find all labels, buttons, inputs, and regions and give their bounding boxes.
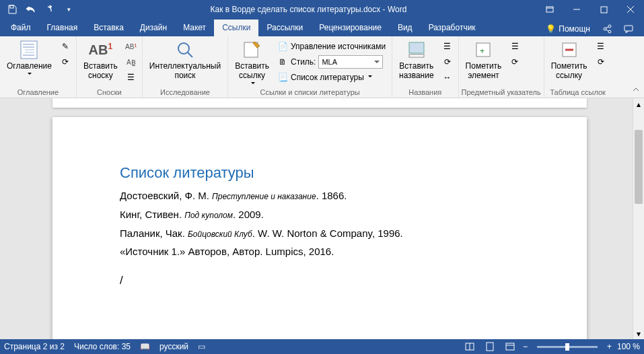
smart-lookup-label: Интеллектуальный поиск: [149, 62, 221, 81]
ribbon-display-button[interactable]: [536, 0, 563, 19]
share-button[interactable]: [598, 22, 616, 36]
insert-endnote-button[interactable]: AB¹: [123, 39, 139, 54]
svg-rect-4: [601, 7, 607, 13]
svg-rect-12: [624, 26, 633, 31]
next-footnote-button[interactable]: AB̲: [123, 55, 139, 69]
lightbulb-icon: 💡: [546, 24, 556, 34]
document-page[interactable]: Список литературы Достоевский, Ф. М. Пре…: [52, 117, 587, 339]
tab-insert[interactable]: Вставка: [85, 20, 132, 36]
previous-page-strip: [52, 98, 587, 108]
group-footnotes-label: Сноски: [79, 87, 139, 98]
group-captions: Вставить название ☰ ⟳ ↔ Названия: [392, 36, 459, 98]
zoom-level[interactable]: 100 %: [617, 342, 640, 351]
insert-index-button[interactable]: ☰: [507, 39, 523, 54]
group-index: + Пометить элемент ☰ ⟳ Предметный указат…: [459, 36, 544, 98]
tab-file[interactable]: Файл: [3, 20, 39, 36]
insert-footnote-button[interactable]: AB1 Вставить сноску: [79, 38, 122, 82]
ribbon-tabs: Файл Главная Вставка Дизайн Макет Ссылки…: [0, 19, 644, 36]
macro-status[interactable]: ▭: [198, 342, 205, 351]
tab-references[interactable]: Ссылки: [214, 20, 258, 36]
cross-reference-button[interactable]: ↔: [439, 70, 456, 85]
qat-customize-button[interactable]: ▾: [61, 1, 77, 17]
comments-button[interactable]: [620, 22, 637, 36]
zoom-slider[interactable]: [537, 346, 598, 348]
collapse-ribbon-button[interactable]: [631, 84, 641, 95]
text-cursor: /: [120, 274, 520, 287]
tab-home[interactable]: Главная: [39, 20, 86, 36]
zoom-in-button[interactable]: +: [607, 342, 612, 351]
scroll-up-button[interactable]: ▴: [633, 98, 644, 110]
toc-icon: [18, 39, 40, 61]
insert-citation-button[interactable]: Вставить ссылку: [231, 38, 273, 87]
tab-developer[interactable]: Разработчик: [421, 20, 484, 36]
group-footnotes: AB1 Вставить сноску AB¹ AB̲ ☰ Сноски: [77, 36, 143, 98]
scroll-track[interactable]: [633, 110, 644, 328]
bibliography-button[interactable]: 📃Список литературы: [275, 70, 389, 85]
minimize-button[interactable]: [563, 0, 590, 19]
svg-text:+: +: [480, 46, 485, 56]
tab-layout[interactable]: Макет: [175, 20, 214, 36]
insert-index-icon: ☰: [509, 41, 520, 52]
save-button[interactable]: [4, 1, 20, 17]
toc-button[interactable]: Оглавление: [3, 38, 56, 78]
insert-toa-button[interactable]: ☰: [593, 39, 609, 54]
tab-view[interactable]: Вид: [390, 20, 421, 36]
tab-review[interactable]: Рецензирование: [311, 20, 390, 36]
show-notes-icon: ☰: [126, 72, 137, 83]
update-toc-button[interactable]: ⟳: [57, 55, 73, 69]
update-index-icon: ⟳: [509, 57, 520, 67]
add-text-button[interactable]: ✎: [57, 39, 73, 54]
style-icon: 🗎: [277, 57, 288, 67]
bibliography-entry: Кинг, Стивен. Под куполом. 2009.: [120, 207, 520, 222]
group-citations-label: Ссылки и списки литературы: [231, 87, 389, 98]
proofing-status[interactable]: 📖: [140, 342, 150, 351]
mark-citation-button[interactable]: Пометить ссылку: [547, 38, 592, 82]
print-layout-button[interactable]: [482, 341, 497, 353]
mark-citation-label: Пометить ссылку: [551, 62, 587, 81]
read-mode-button[interactable]: [462, 341, 477, 353]
group-toa-label: Таблица ссылок: [547, 87, 609, 98]
redo-button[interactable]: [42, 1, 58, 17]
update-toa-button[interactable]: ⟳: [593, 55, 609, 69]
update-index-button[interactable]: ⟳: [507, 55, 523, 69]
proofing-icon: 📖: [140, 342, 150, 351]
language-status[interactable]: русский: [159, 342, 188, 351]
insert-footnote-label: Вставить сноску: [83, 62, 118, 81]
smart-lookup-button[interactable]: Интеллектуальный поиск: [145, 38, 225, 82]
maximize-button[interactable]: [590, 0, 617, 19]
manage-sources-button[interactable]: 📄Управление источниками: [275, 39, 389, 54]
zoom-out-button[interactable]: −: [523, 342, 528, 351]
mark-citation-icon: [559, 39, 580, 61]
word-count-status[interactable]: Число слов: 35: [74, 342, 131, 351]
svg-rect-22: [409, 42, 424, 53]
web-layout-button[interactable]: [503, 341, 517, 353]
svg-line-20: [188, 52, 192, 57]
close-button[interactable]: [617, 0, 644, 19]
tell-me-button[interactable]: 💡Помощн: [542, 22, 594, 36]
scroll-thumb[interactable]: [635, 130, 643, 204]
svg-rect-23: [409, 55, 424, 57]
macro-icon: ▭: [198, 342, 205, 351]
svg-rect-0: [10, 5, 13, 8]
bibliography-label: Список литературы: [291, 73, 364, 82]
tab-design[interactable]: Дизайн: [132, 20, 175, 36]
bibliography-entries: Достоевский, Ф. М. Преступление и наказа…: [120, 188, 520, 259]
update-tof-button[interactable]: ⟳: [439, 55, 456, 69]
style-select[interactable]: MLA: [318, 55, 383, 69]
tab-mailings[interactable]: Рассылки: [258, 20, 311, 36]
insert-tof-button[interactable]: ☰: [439, 39, 456, 54]
next-footnote-icon: AB̲: [126, 57, 137, 67]
insert-caption-button[interactable]: Вставить название: [395, 38, 438, 82]
manage-sources-label: Управление источниками: [291, 42, 386, 51]
bibliography-heading: Список литературы: [120, 164, 520, 182]
show-notes-button[interactable]: ☰: [123, 70, 139, 85]
mark-entry-button[interactable]: + Пометить элемент: [462, 38, 506, 82]
scroll-down-button[interactable]: ▾: [633, 328, 644, 339]
undo-button[interactable]: [23, 1, 39, 17]
manage-sources-icon: 📄: [277, 41, 288, 52]
document-scroll[interactable]: Список литературы Достоевский, Ф. М. Пре…: [0, 98, 633, 339]
group-toc: Оглавление ✎ ⟳ Оглавление: [0, 36, 77, 98]
vertical-scrollbar[interactable]: ▴ ▾: [633, 98, 644, 339]
page-number-status[interactable]: Страница 2 из 2: [4, 342, 65, 351]
bibliography-entry: «Источник 1.» Авторов, Автор. Lumpics, 2…: [120, 244, 520, 259]
